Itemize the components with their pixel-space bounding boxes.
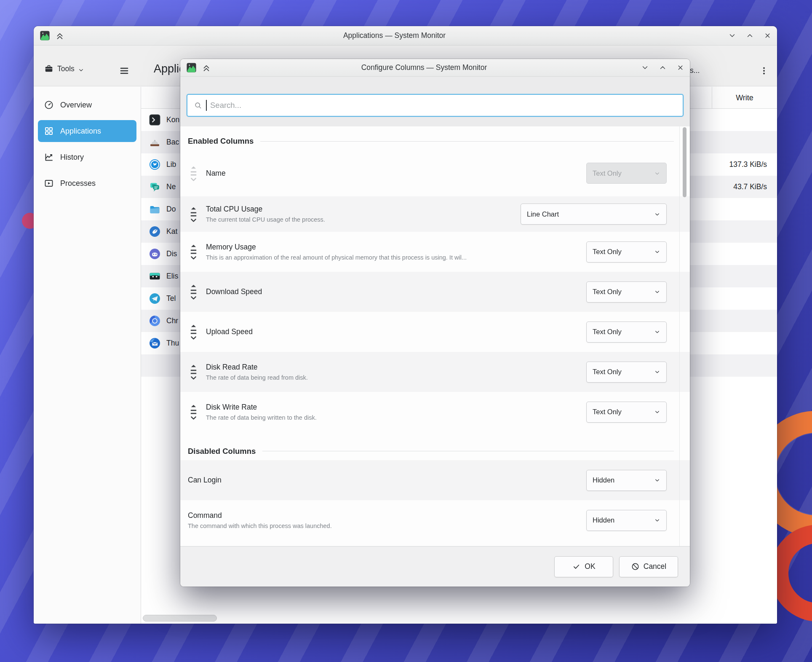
ok-label: OK [585, 562, 595, 571]
column-name: Can Login [188, 475, 576, 485]
column-name: Disk Write Rate [206, 402, 576, 412]
column-row[interactable]: Name Text Only [180, 150, 690, 196]
chevron-down-icon [654, 170, 660, 177]
write-value: 43.7 KiB/s [733, 182, 767, 191]
dropdown-value: Text Only [593, 288, 651, 296]
main-window-title: Applications — System Monitor [69, 31, 719, 40]
display-style-dropdown[interactable]: Text Only [586, 402, 667, 423]
display-style-dropdown[interactable]: Text Only [586, 163, 667, 184]
section-title: Disabled Columns [188, 447, 256, 456]
write-value: 137.3 KiB/s [729, 160, 767, 169]
history-chart-icon [44, 152, 54, 162]
chevron-down-icon [654, 517, 660, 523]
column-row[interactable]: Memory Usage This is an approximation of… [180, 232, 690, 272]
search-icon [194, 101, 203, 110]
sidebar-item-label: History [60, 153, 84, 162]
column-name: Memory Usage [206, 242, 576, 252]
column-name: Disk Read Rate [206, 362, 576, 372]
column-description: The command with which this process was … [188, 522, 576, 530]
sidebar-item-history[interactable]: History [38, 146, 136, 168]
display-style-dropdown[interactable]: Text Only [586, 322, 667, 343]
bell-icon [149, 137, 160, 148]
hamburger-menu-icon[interactable] [119, 66, 130, 76]
discord-icon [149, 248, 160, 260]
sidebar-item-processes[interactable]: Processes [38, 172, 136, 194]
dropdown-value: Text Only [593, 328, 651, 336]
drag-handle-icon[interactable] [188, 322, 199, 341]
column-name: Download Speed [206, 287, 576, 297]
keep-above-icon[interactable] [55, 31, 64, 40]
briefcase-icon [44, 64, 53, 73]
keep-above-icon[interactable] [202, 63, 211, 72]
horizontal-scrollbar[interactable] [143, 615, 217, 622]
neochat-icon [149, 181, 160, 193]
close-button[interactable] [677, 64, 684, 71]
minimize-button[interactable] [641, 64, 649, 71]
dialog-search-placeholder: Search... [210, 101, 241, 110]
ok-button[interactable]: OK [554, 556, 613, 577]
column-row[interactable]: Disk Write Rate The rate of data being w… [180, 392, 690, 432]
sidebar-item-overview[interactable]: Overview [38, 94, 136, 116]
processes-icon [44, 178, 54, 188]
display-style-dropdown[interactable]: Hidden [586, 470, 667, 491]
columns-list: Enabled Columns Name Text Only Total CPU… [180, 126, 690, 546]
section-title: Enabled Columns [188, 137, 254, 146]
drag-handle-icon[interactable] [188, 282, 199, 301]
drag-handle-icon[interactable] [188, 242, 199, 261]
overflow-menu-icon[interactable] [759, 65, 769, 77]
chevron-down-icon [78, 66, 84, 72]
write-column-header[interactable]: Write [712, 87, 777, 109]
konsole-icon [149, 114, 160, 126]
dropdown-value: Line Chart [527, 210, 651, 218]
column-row[interactable]: Upload Speed Text Only [180, 312, 690, 352]
dropdown-value: Text Only [593, 248, 651, 256]
sidebar-item-label: Processes [60, 179, 96, 188]
dialog-footer: OK Cancel [180, 546, 690, 587]
column-row[interactable]: Command The command with which this proc… [180, 500, 690, 540]
drag-handle-icon[interactable] [188, 362, 199, 381]
column-row[interactable]: Disk Read Rate The rate of data being re… [180, 352, 690, 392]
chromium-icon [149, 315, 160, 327]
chevron-down-icon [654, 329, 660, 335]
gauge-icon [44, 100, 54, 110]
chevron-down-icon [654, 289, 660, 295]
close-button[interactable] [764, 32, 771, 39]
scrollbar-track[interactable] [679, 126, 680, 546]
kate-icon [149, 226, 160, 237]
dialog-search-input[interactable]: Search... [187, 94, 684, 117]
chevron-down-icon [654, 409, 660, 415]
thunderbird-icon [149, 338, 160, 349]
display-style-dropdown[interactable]: Text Only [586, 241, 667, 263]
column-description: This is an approximation of the real amo… [206, 253, 576, 262]
display-style-dropdown[interactable]: Line Chart [521, 204, 667, 225]
main-titlebar[interactable]: Applications — System Monitor [34, 26, 777, 46]
section-rule [260, 141, 674, 142]
tools-button[interactable]: Tools [44, 64, 84, 73]
column-description: The rate of data being written to the di… [206, 413, 576, 422]
display-style-dropdown[interactable]: Text Only [586, 281, 667, 303]
minimize-button[interactable] [729, 32, 736, 39]
sidebar-item-label: Applications [60, 127, 101, 136]
cancel-label: Cancel [644, 562, 666, 571]
dialog-titlebar[interactable]: Configure Columns — System Monitor [180, 59, 690, 77]
chevron-down-icon [654, 249, 660, 255]
drag-handle-icon[interactable] [188, 205, 199, 224]
dropdown-value: Hidden [593, 476, 651, 484]
sidebar-item-applications[interactable]: Applications [38, 120, 136, 142]
column-name: Name [206, 169, 576, 178]
column-row[interactable]: Download Speed Text Only [180, 272, 690, 312]
maximize-button[interactable] [746, 32, 753, 39]
sidebar: Overview Applications History Processes [34, 87, 141, 624]
section-header: Disabled Columns [180, 436, 690, 460]
display-style-dropdown[interactable]: Text Only [586, 362, 667, 383]
display-style-dropdown[interactable]: Hidden [586, 510, 667, 531]
grid-icon [44, 126, 54, 136]
drag-handle-icon[interactable] [188, 164, 199, 183]
maximize-button[interactable] [659, 64, 666, 71]
column-row[interactable]: Can Login Hidden [180, 460, 690, 500]
column-row[interactable]: Total CPU Usage The current total CPU us… [180, 196, 690, 232]
drag-handle-icon[interactable] [188, 402, 199, 421]
cancel-button[interactable]: Cancel [619, 556, 678, 577]
dialog-scrollbar[interactable] [683, 127, 686, 197]
dropdown-value: Hidden [593, 516, 651, 524]
